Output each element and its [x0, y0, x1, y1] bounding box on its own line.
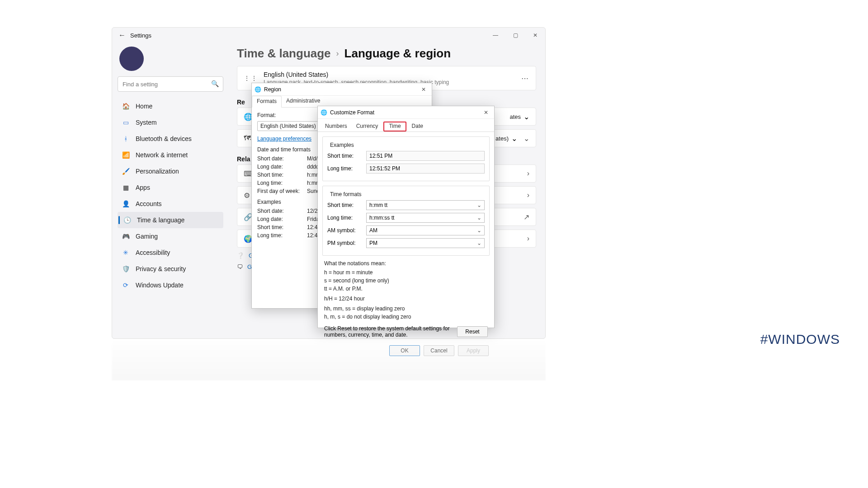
chevron-down-icon: ⌄: [524, 113, 529, 121]
value: AM: [369, 227, 377, 234]
nav-privacy[interactable]: 🛡️Privacy & security: [118, 261, 223, 277]
note-line: h, m, s = do not display leading zero: [324, 314, 488, 320]
reset-button[interactable]: Reset: [457, 326, 488, 337]
minimize-icon[interactable]: —: [486, 28, 505, 42]
nav-network[interactable]: 📶Network & internet: [118, 147, 223, 163]
search-input[interactable]: [118, 76, 223, 92]
language-preferences-link[interactable]: Language preferences: [257, 136, 311, 142]
region-value-1: ates: [509, 113, 521, 120]
tab-date[interactable]: Date: [408, 122, 427, 131]
chevron-right-icon: ›: [527, 169, 529, 178]
examples-group: Examples Short time:12:51 PM Long time:1…: [322, 136, 490, 181]
label: Long time:: [257, 180, 307, 186]
nav-time-language[interactable]: 🕒Time & language: [118, 212, 223, 228]
label: PM symbol:: [327, 240, 366, 246]
label: Short time:: [327, 153, 366, 159]
breadcrumb: Time & language › Language & region: [237, 47, 536, 61]
settings-icon: ⚙: [244, 191, 250, 200]
nav-bluetooth[interactable]: ᚼBluetooth & devices: [118, 131, 223, 147]
nav-system[interactable]: ▭System: [118, 114, 223, 131]
chevron-down-icon[interactable]: ⌄: [524, 134, 529, 143]
home-icon: 🏠: [121, 102, 130, 111]
label: Long time:: [327, 215, 366, 221]
nav-label: Bluetooth & devices: [136, 135, 192, 142]
open-external-icon: ↗: [524, 213, 529, 221]
long-time-combo[interactable]: h:mm:ss tt: [366, 213, 485, 223]
accessibility-icon: ✳: [121, 248, 130, 257]
nav-label: System: [136, 119, 157, 126]
page-title: Language & region: [344, 47, 451, 61]
note-line: h = hour m = minute: [324, 269, 488, 276]
nav-label: Gaming: [136, 233, 158, 240]
bluetooth-icon: ᚼ: [121, 134, 130, 143]
globe-icon: 🌐: [255, 86, 261, 93]
chevron-down-icon: ⌄: [511, 134, 517, 143]
label: Long time:: [327, 165, 366, 172]
tab-formats[interactable]: Formats: [252, 96, 282, 108]
label: Long date:: [257, 164, 307, 170]
breadcrumb-parent[interactable]: Time & language: [237, 47, 331, 61]
label: Short date:: [257, 155, 307, 162]
label: Short date:: [257, 208, 307, 214]
help-icon: ❔: [237, 252, 244, 259]
nav-personalization[interactable]: 🖌️Personalization: [118, 163, 223, 179]
titlebar: ← Settings — ▢ ✕: [112, 28, 545, 43]
nav-label: Time & language: [137, 216, 184, 224]
tab-numbers[interactable]: Numbers: [321, 122, 351, 131]
feedback-icon: 🗨: [237, 263, 243, 270]
label: AM symbol:: [327, 227, 366, 234]
more-icon[interactable]: ⋯: [521, 74, 529, 83]
value: h:mm:ss tt: [369, 215, 394, 221]
close-icon[interactable]: ✕: [525, 28, 545, 42]
reflection-decor: [112, 340, 546, 380]
dialog-title: Customize Format: [330, 109, 374, 116]
nav-update[interactable]: ⟳Windows Update: [118, 277, 223, 293]
back-arrow-icon[interactable]: ←: [117, 31, 127, 39]
close-icon[interactable]: ✕: [418, 86, 429, 93]
group-title: Time formats: [328, 191, 363, 197]
chevron-right-icon: ›: [527, 191, 529, 199]
reset-row: Click Reset to restore the system defaul…: [318, 322, 494, 342]
nav-apps[interactable]: ▦Apps: [118, 179, 223, 196]
note-line: s = second (long time only): [324, 277, 488, 284]
system-icon: ▭: [121, 118, 130, 127]
pm-symbol-combo[interactable]: PM: [366, 238, 485, 248]
shield-icon: 🛡️: [121, 264, 130, 273]
nav-label: Accessibility: [136, 249, 170, 256]
avatar[interactable]: [119, 47, 144, 71]
person-icon: 👤: [121, 199, 130, 208]
chevron-right-icon: ›: [527, 235, 529, 243]
maximize-icon[interactable]: ▢: [505, 28, 525, 42]
hashtag-label: #WINDOWS: [760, 332, 840, 347]
example-long-time: 12:51:52 PM: [366, 164, 485, 174]
language-name: English (United States): [264, 71, 449, 78]
format-icon: 🗺: [244, 134, 251, 142]
drag-handle-icon[interactable]: ⋮⋮: [244, 75, 258, 82]
format-value: English (United States): [260, 123, 316, 129]
label: Short time:: [257, 172, 307, 178]
reset-text: Click Reset to restore the system defaul…: [324, 325, 457, 338]
brush-icon: 🖌️: [121, 167, 130, 176]
value: 12:51:52 PM: [369, 165, 400, 172]
wifi-icon: 📶: [121, 150, 130, 160]
apps-icon: ▦: [121, 183, 130, 192]
am-symbol-combo[interactable]: AM: [366, 225, 485, 235]
tab-time[interactable]: Time: [383, 122, 406, 131]
nav-label: Home: [136, 103, 152, 110]
chevron-right-icon: ›: [336, 49, 339, 58]
nav-label: Network & internet: [136, 151, 188, 159]
value: PM: [369, 240, 377, 246]
short-time-combo[interactable]: h:mm tt: [366, 200, 485, 210]
label: First day of week:: [257, 188, 307, 194]
search-icon[interactable]: 🔍: [211, 80, 219, 87]
nav-list: 🏠Home ▭System ᚼBluetooth & devices 📶Netw…: [118, 98, 223, 293]
note-line: hh, mm, ss = display leading zero: [324, 305, 488, 312]
nav-accessibility[interactable]: ✳Accessibility: [118, 244, 223, 261]
dialog-titlebar: 🌐 Customize Format ✕: [318, 106, 494, 119]
close-icon[interactable]: ✕: [481, 109, 491, 116]
nav-accounts[interactable]: 👤Accounts: [118, 196, 223, 212]
tab-currency[interactable]: Currency: [353, 122, 382, 131]
update-icon: ⟳: [121, 281, 130, 290]
nav-gaming[interactable]: 🎮Gaming: [118, 228, 223, 244]
nav-home[interactable]: 🏠Home: [118, 98, 223, 114]
